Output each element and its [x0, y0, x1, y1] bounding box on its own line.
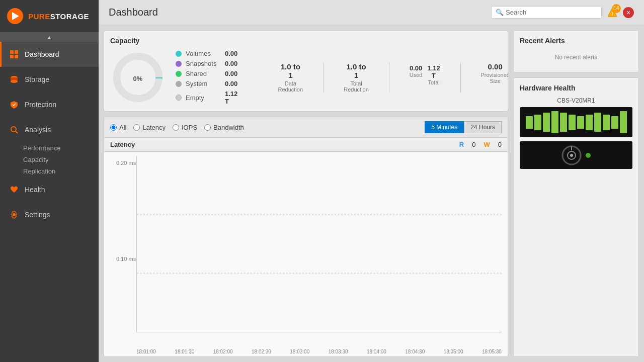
sidebar-sub-replication[interactable]: Replication — [23, 165, 99, 177]
pure-storage-logo — [6, 7, 24, 25]
radio-latency[interactable]: Latency — [133, 124, 166, 131]
capacity-card: Capacity 0% — [104, 30, 508, 112]
svg-point-8 — [11, 80, 18, 83]
sidebar-item-health[interactable]: Health — [0, 177, 99, 202]
total-item: 1.12 T Total — [427, 64, 440, 85]
empty-label: Empty — [186, 94, 221, 102]
chart-rw: R 0 W 0 — [459, 141, 502, 148]
w-value: 0 — [498, 141, 502, 148]
volumes-label: Volumes — [186, 50, 221, 57]
data-reduction-label: Data Reduction — [278, 80, 303, 93]
x-label-8: 18:05:00 — [444, 349, 463, 354]
content-area: Capacity 0% — [99, 25, 644, 362]
alert-button[interactable]: ! 14 — [607, 7, 618, 18]
sidebar-item-label: Dashboard — [25, 50, 59, 58]
data-reduction-value: 1.0 to 1 — [278, 62, 303, 79]
no-alerts-message: No recent alerts — [520, 49, 632, 66]
search-icon: 🔍 — [496, 9, 504, 16]
sidebar-item-label: Storage — [25, 75, 49, 83]
time-range-buttons: 5 Minutes 24 Hours — [425, 121, 502, 133]
sidebar-scroll-up[interactable]: ▲ — [0, 33, 99, 42]
donut-value: 0% — [133, 71, 143, 84]
capacity-legend: Volumes 0.00 Snapshots 0.00 Shared 0.00 — [176, 50, 237, 105]
dashboard-icon — [9, 49, 20, 60]
radio-all-input[interactable] — [110, 124, 117, 131]
x-label-4: 18:03:00 — [290, 349, 309, 354]
radio-latency-input[interactable] — [133, 124, 140, 131]
provisioned-label: Provisioned Size — [480, 72, 508, 84]
hw-bar — [560, 113, 567, 132]
system-value: 0.00 — [225, 80, 237, 87]
sidebar-item-storage[interactable]: Storage — [0, 67, 99, 92]
radio-iops-label: IOPS — [182, 124, 197, 131]
capacity-title: Capacity — [110, 37, 502, 45]
capacity-inner: 0% Volumes 0.00 Snapshots 0. — [110, 50, 502, 105]
snapshots-label: Snapshots — [186, 60, 221, 67]
performance-card: All Latency IOPS Bandwidth — [104, 117, 508, 357]
total-value: 1.12 T — [427, 64, 440, 79]
shared-value: 0.00 — [225, 70, 237, 77]
total-reduction-block: 1.0 to 1 Total Reduction — [344, 62, 369, 93]
sidebar-sub-performance[interactable]: Performance — [23, 142, 99, 154]
hw-bar — [534, 115, 541, 130]
used-item: 0.00 Used — [410, 64, 423, 85]
storage-icon — [9, 74, 20, 85]
radio-iops-input[interactable] — [173, 124, 179, 131]
empty-dot — [176, 95, 182, 101]
svg-rect-3 — [15, 50, 18, 54]
sidebar-item-dashboard[interactable]: Dashboard — [0, 42, 99, 67]
svg-point-11 — [13, 213, 16, 216]
radio-iops[interactable]: IOPS — [173, 124, 197, 131]
sidebar-item-label: Health — [25, 186, 45, 194]
hw-title: Hardware Health — [520, 84, 632, 92]
hw-visual-disk — [520, 141, 632, 169]
hw-bar — [577, 116, 584, 129]
time-24hr-button[interactable]: 24 Hours — [464, 121, 502, 133]
sidebar-item-label: Settings — [25, 211, 50, 219]
used-total-sub: 0.00 Used 1.12 T Total — [410, 64, 440, 85]
disk-icon — [561, 145, 582, 165]
r-label: R — [459, 141, 464, 148]
shared-label: Shared — [186, 70, 221, 77]
radio-all[interactable]: All — [110, 124, 126, 131]
hw-bar — [620, 111, 627, 133]
sidebar-sub-capacity[interactable]: Capacity — [23, 154, 99, 165]
shared-dot — [176, 71, 182, 77]
r-value: 0 — [472, 141, 475, 148]
logo-area: PURESTORAGE — [0, 0, 99, 33]
hw-visual-drives — [520, 107, 632, 137]
protection-icon — [9, 99, 20, 110]
header: Dashboard 🔍 ! 14 × — [99, 0, 644, 25]
x-label-7: 18:04:30 — [405, 349, 425, 354]
svg-point-20 — [570, 154, 573, 157]
used-total-block: 0.00 Used 1.12 T Total — [410, 62, 440, 93]
chart-title: Latency — [110, 141, 459, 148]
page-title: Dashboard — [109, 7, 158, 18]
main-content: Dashboard 🔍 ! 14 × Capacity — [99, 0, 644, 362]
legend-snapshots: Snapshots 0.00 — [176, 60, 237, 67]
close-button[interactable]: × — [623, 7, 634, 18]
radio-bandwidth-input[interactable] — [204, 124, 211, 131]
sidebar-item-protection[interactable]: Protection — [0, 92, 99, 117]
snapshots-dot — [176, 61, 182, 67]
chart-header: Latency R 0 W 0 — [104, 138, 508, 152]
svg-rect-4 — [10, 55, 14, 58]
search-box[interactable]: 🔍 — [491, 6, 602, 19]
sidebar-item-settings[interactable]: Settings — [0, 202, 99, 227]
legend-shared: Shared 0.00 — [176, 70, 237, 77]
chart-area: 0.20 ms 0.10 ms 18:01:00 — [104, 152, 508, 356]
svg-rect-5 — [15, 55, 18, 58]
logo-text: PURESTORAGE — [28, 12, 89, 21]
radio-latency-label: Latency — [142, 124, 166, 131]
empty-value: 1.12 T — [225, 90, 237, 105]
search-input[interactable] — [506, 9, 596, 16]
settings-icon — [9, 209, 20, 220]
hw-bar — [526, 116, 533, 129]
sidebar-item-analysis[interactable]: Analysis — [0, 117, 99, 142]
legend-system: System 0.00 — [176, 80, 237, 87]
perf-toolbar: All Latency IOPS Bandwidth — [104, 117, 508, 138]
radio-bandwidth[interactable]: Bandwidth — [204, 124, 244, 131]
time-5min-button[interactable]: 5 Minutes — [425, 121, 464, 133]
alerts-title: Recent Alerts — [520, 37, 632, 45]
radio-bandwidth-label: Bandwidth — [213, 124, 244, 131]
